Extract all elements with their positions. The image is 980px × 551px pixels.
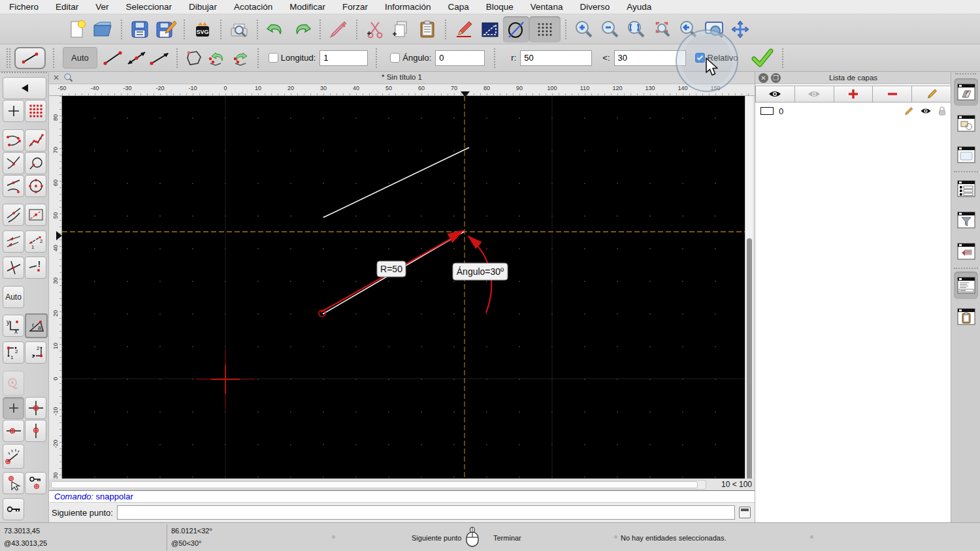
layer-visible-icon[interactable] bbox=[920, 107, 932, 115]
menu-item-modificar[interactable]: Modificar bbox=[289, 2, 325, 12]
snap-angle-button[interactable] bbox=[3, 444, 24, 469]
menu-item-dibujar[interactable]: Dibujar bbox=[189, 2, 217, 12]
coordinates-polar-button[interactable]: ra bbox=[25, 313, 48, 338]
vertical-scrollbar[interactable] bbox=[745, 96, 753, 479]
snap-middle-button[interactable] bbox=[3, 175, 24, 197]
snap-distance-button[interactable] bbox=[3, 230, 24, 253]
snap-on-circle-button[interactable] bbox=[25, 152, 46, 174]
isometric-toggle-button[interactable] bbox=[503, 16, 529, 42]
grid-toggle-button[interactable] bbox=[529, 16, 561, 42]
hide-all-layers-button[interactable] bbox=[795, 86, 834, 102]
menu-item-ayuda[interactable]: Ayuda bbox=[627, 2, 651, 12]
cut-button[interactable] bbox=[362, 16, 388, 42]
edit-layer-button[interactable] bbox=[912, 86, 951, 102]
restrict-orthogonal-button[interactable] bbox=[25, 397, 46, 419]
sidebar-drag-handle[interactable] bbox=[1, 72, 47, 76]
remove-layer-button[interactable] bbox=[873, 86, 912, 102]
menu-item-capa[interactable]: Capa bbox=[448, 2, 469, 12]
command-expand-button[interactable] bbox=[739, 507, 751, 518]
corner-order-21-button[interactable]: 12 bbox=[25, 341, 46, 364]
snap-center-button[interactable] bbox=[25, 175, 46, 197]
radius-input[interactable] bbox=[520, 50, 592, 66]
angulo-checkbox[interactable] bbox=[390, 53, 400, 63]
snap-auto-button[interactable]: Auto bbox=[3, 286, 24, 308]
dock-blocks-button[interactable] bbox=[954, 110, 978, 137]
menu-item-editar[interactable]: Editar bbox=[56, 2, 78, 12]
snap-intersection-button[interactable] bbox=[3, 257, 24, 279]
snap-reference-button[interactable] bbox=[25, 204, 46, 226]
snap-perpendicular-button[interactable] bbox=[3, 152, 24, 174]
line-two-points-button[interactable] bbox=[101, 47, 125, 69]
snap-endpoints-button[interactable] bbox=[3, 129, 24, 151]
zoom-pan-button[interactable] bbox=[728, 16, 754, 42]
angulo-input[interactable] bbox=[435, 50, 485, 66]
print-preview-button[interactable] bbox=[226, 16, 252, 42]
snap-distance-manual-button[interactable]: 12 bbox=[25, 230, 46, 253]
line-angle-button[interactable] bbox=[125, 47, 148, 69]
snap-on-entity-button[interactable] bbox=[25, 129, 46, 151]
polyline-button[interactable] bbox=[182, 47, 206, 69]
restrict-nothing-button[interactable] bbox=[3, 397, 24, 419]
edit-button[interactable] bbox=[451, 16, 477, 42]
menu-item-acotación[interactable]: Acotación bbox=[234, 2, 272, 12]
apply-button[interactable] bbox=[751, 48, 774, 68]
menu-item-seleccionar[interactable]: Seleccionar bbox=[126, 2, 172, 12]
drawing-canvas[interactable]: R=50 Ángulo=30º bbox=[62, 96, 745, 479]
dock-clipboard-button[interactable] bbox=[954, 303, 978, 330]
back-button[interactable] bbox=[3, 77, 46, 99]
copy-button[interactable] bbox=[388, 16, 414, 42]
lock-layer-button[interactable] bbox=[3, 498, 24, 520]
dock-entity-list-button[interactable] bbox=[954, 175, 978, 202]
snap-intersection-manual-button[interactable]: ! bbox=[25, 257, 46, 279]
menu-item-diverso[interactable]: Diverso bbox=[580, 2, 610, 12]
restrict-disabled-button[interactable] bbox=[3, 371, 24, 396]
show-all-layers-button[interactable] bbox=[755, 86, 795, 102]
menu-item-fichero[interactable]: Fichero bbox=[9, 2, 39, 12]
zoom-out-button[interactable] bbox=[597, 16, 623, 42]
snap-free-button[interactable] bbox=[3, 100, 24, 122]
redo-button[interactable] bbox=[289, 16, 315, 42]
dock-filter-button[interactable] bbox=[954, 206, 978, 234]
set-relative-zero-button[interactable] bbox=[3, 472, 24, 494]
menu-item-forzar[interactable]: Forzar bbox=[342, 2, 368, 12]
restrict-horizontal-button[interactable] bbox=[3, 420, 24, 442]
relativo-checkbox[interactable] bbox=[695, 53, 705, 63]
dock-drag-handle[interactable] bbox=[955, 73, 976, 76]
zoom-window-button[interactable] bbox=[702, 16, 728, 42]
open-file-button[interactable] bbox=[90, 16, 116, 42]
corner-order-12-button[interactable]: 12 bbox=[3, 341, 24, 364]
polyline-redo-button[interactable] bbox=[229, 47, 253, 69]
vertical-scrollbar-thumb[interactable] bbox=[747, 238, 752, 490]
lock-relative-zero-button[interactable] bbox=[25, 472, 46, 494]
snap-grid-button[interactable] bbox=[25, 100, 46, 122]
line-horizontal-button[interactable] bbox=[148, 47, 172, 69]
paste-button[interactable] bbox=[414, 16, 440, 42]
coordinates-cartesian-button[interactable]: yx bbox=[3, 315, 24, 337]
dock-media-button[interactable] bbox=[954, 238, 978, 265]
longitud-checkbox[interactable] bbox=[269, 53, 278, 63]
snap-tangent-button[interactable] bbox=[3, 204, 24, 226]
dock-command-button[interactable] bbox=[954, 272, 978, 299]
menu-item-bloque[interactable]: Bloque bbox=[486, 2, 514, 12]
zoom-back-button[interactable] bbox=[676, 16, 702, 42]
dock-layers-button[interactable] bbox=[954, 78, 978, 106]
longitud-input[interactable] bbox=[319, 50, 368, 66]
auto-mode-button[interactable]: Auto bbox=[63, 47, 97, 69]
svg-export-button[interactable]: SVG bbox=[189, 16, 216, 42]
new-document-button[interactable] bbox=[64, 16, 90, 42]
horizontal-scrollbar[interactable] bbox=[50, 480, 706, 490]
zoom-in-button[interactable] bbox=[571, 16, 597, 42]
dock-library-button[interactable] bbox=[954, 141, 978, 168]
delete-button[interactable] bbox=[325, 16, 351, 42]
save-button[interactable] bbox=[127, 16, 153, 42]
menu-item-ventana[interactable]: Ventana bbox=[531, 2, 563, 12]
layer-edit-icon[interactable] bbox=[904, 106, 913, 116]
menu-item-ver[interactable]: Ver bbox=[95, 2, 108, 12]
layer-row[interactable]: 0 bbox=[755, 104, 951, 118]
save-as-button[interactable] bbox=[153, 16, 179, 42]
zoom-auto-button[interactable] bbox=[623, 16, 649, 42]
command-input[interactable] bbox=[117, 505, 735, 520]
undo-button[interactable] bbox=[263, 16, 289, 42]
angle-lt-input[interactable] bbox=[614, 50, 686, 66]
polyline-undo-button[interactable] bbox=[206, 47, 229, 69]
